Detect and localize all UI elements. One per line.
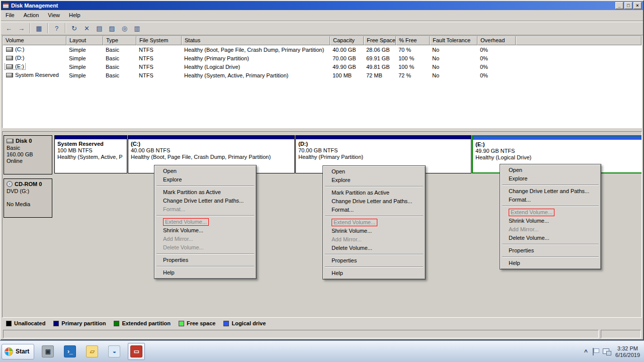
column-header-capacity[interactable]: Capacity [330, 36, 364, 45]
powershell-icon[interactable]: ›_ [61, 343, 78, 360]
cell-volume: (C:) [3, 46, 66, 53]
legend-swatch [114, 321, 119, 326]
menu-item-properties[interactable]: Properties [501, 246, 600, 255]
disk-label-line: 160.00 GB [7, 151, 49, 158]
server-manager-icon[interactable]: ▣ [39, 343, 56, 360]
status-panel [3, 330, 599, 338]
partition-system-reserved[interactable]: System Reserved100 MB NTFSHealthy (Syste… [54, 135, 127, 173]
table-row[interactable]: (D:)SimpleBasicNTFSHealthy (Primary Part… [3, 54, 641, 62]
cell-overhead: 0% [477, 55, 516, 61]
installer-disc-icon[interactable]: ◒ [106, 343, 123, 360]
menu-item-shrink-volume[interactable]: Shrink Volume... [324, 227, 424, 235]
menu-separator [156, 186, 254, 187]
menu-item-extend-volume: Extend Volume... [501, 208, 600, 217]
column-header-free-space[interactable]: Free Space [364, 36, 396, 45]
volume-cell-content: (D:) [5, 55, 25, 61]
close-button[interactable]: × [633, 2, 641, 9]
menu-item-mark-partition-as-active[interactable]: Mark Partition as Active [324, 189, 424, 197]
menu-separator [325, 266, 423, 267]
menu-item-shrink-volume[interactable]: Shrink Volume... [155, 226, 255, 235]
menu-item-help[interactable]: Help [324, 269, 424, 278]
logo-quadrant [9, 348, 13, 351]
app-icon[interactable] [3, 3, 9, 9]
menu-item-shrink-volume[interactable]: Shrink Volume... [501, 217, 600, 225]
disk-label-line: DVD (G:) [7, 188, 49, 195]
menu-file[interactable]: File [1, 10, 19, 21]
menu-item-add-mirror: Add Mirror... [501, 225, 600, 234]
volume-cell-content: System Reserved [5, 72, 60, 78]
admin-toolbox-icon[interactable]: ▭ [128, 343, 145, 360]
table-row[interactable]: System ReservedSimpleBasicNTFSHealthy (S… [3, 71, 641, 79]
partition-size: 40.00 GB NTFS [131, 147, 292, 154]
cell-file_system: NTFS [136, 72, 182, 78]
primary-partition-color-strip [296, 136, 471, 139]
column-header-volume[interactable]: Volume [3, 36, 66, 45]
cell-layout: Simple [66, 47, 103, 53]
table-row[interactable]: (E:)SimpleBasicNTFSHealthy (Logical Driv… [3, 62, 641, 71]
menu-separator [156, 215, 254, 216]
menu-item-open[interactable]: Open [501, 166, 600, 174]
column-header-overhead[interactable]: Overhead [477, 36, 516, 45]
menu-separator [502, 256, 599, 257]
menu-view[interactable]: View [43, 10, 64, 21]
menu-item-delete-volume[interactable]: Delete Volume... [324, 244, 424, 252]
legend-swatch [223, 321, 229, 326]
cell-free_space: 69.91 GB [364, 55, 396, 61]
back-icon[interactable]: ← [3, 23, 15, 34]
disk-label-disk-0[interactable]: Disk 0Basic160.00 GBOnline [4, 135, 52, 174]
menu-item-properties[interactable]: Properties [324, 256, 424, 265]
restore-button[interactable]: □ [624, 2, 632, 9]
context-menu-c-drive: OpenExploreMark Partition as ActiveChang… [154, 165, 257, 279]
forward-icon[interactable]: → [16, 23, 27, 34]
menu-item-explore[interactable]: Explore [501, 174, 600, 183]
menu-item-format[interactable]: Format... [501, 196, 600, 204]
network-icon[interactable] [603, 348, 611, 355]
column-header-free[interactable]: % Free [396, 36, 430, 45]
system-tray: ^ 3:32 PM 6/16/2019 [584, 341, 640, 362]
menu-item-help[interactable]: Help [501, 259, 600, 267]
column-header-fault-tolerance[interactable]: Fault Tolerance [430, 36, 477, 45]
menu-item-open[interactable]: Open [155, 167, 255, 175]
cell-free_space: 28.06 GB [364, 47, 396, 53]
table-row[interactable]: (C:)SimpleBasicNTFSHealthy (Boot, Page F… [3, 45, 641, 54]
menu-item-delete-volume[interactable]: Delete Volume... [501, 234, 600, 242]
menu-item-format[interactable]: Format... [324, 206, 424, 214]
clock[interactable]: 3:32 PM 6/16/2019 [615, 345, 640, 358]
menu-item-help[interactable]: Help [155, 268, 255, 277]
menu-item-explore[interactable]: Explore [324, 176, 424, 185]
disk-label-header: Disk 0 [7, 138, 49, 144]
column-header-status[interactable]: Status [182, 36, 330, 45]
action-center-flag-icon[interactable] [592, 348, 598, 355]
cell-fault_tolerance: No [430, 72, 477, 78]
find-icon[interactable]: ◎ [119, 23, 130, 34]
delete-icon[interactable]: ✕ [81, 23, 93, 34]
properties-icon[interactable]: ▤ [94, 23, 105, 34]
menu-action[interactable]: Action [19, 10, 44, 21]
annotation-highlight-box: Extend Volume... [509, 209, 554, 216]
explorer-folder-icon[interactable]: ▱ [84, 343, 101, 360]
status-bar [2, 329, 642, 339]
column-header-file-system[interactable]: File System [136, 36, 182, 45]
console-tree-icon[interactable]: ▦ [33, 23, 45, 34]
volume-disk-icon [6, 56, 13, 60]
tray-chevron-icon[interactable]: ^ [584, 348, 588, 355]
open-folder-icon[interactable]: ▨ [106, 23, 118, 34]
cell-fault_tolerance: No [430, 55, 477, 61]
menu-help[interactable]: Help [64, 10, 85, 21]
menu-item-change-drive-letter-and-paths[interactable]: Change Drive Letter and Paths... [501, 187, 600, 196]
menu-item-explore[interactable]: Explore [155, 175, 255, 184]
minimize-button[interactable]: _ [615, 2, 623, 9]
menu-item-change-drive-letter-and-paths[interactable]: Change Drive Letter and Paths... [155, 197, 255, 205]
refresh-icon[interactable]: ↻ [68, 23, 80, 34]
column-header-layout[interactable]: Layout [66, 36, 103, 45]
start-button[interactable]: Start [2, 344, 34, 359]
menu-item-mark-partition-as-active[interactable]: Mark Partition as Active [155, 188, 255, 197]
views-icon[interactable]: ▥ [131, 23, 143, 34]
help-icon[interactable]: ? [51, 23, 62, 34]
menu-item-properties[interactable]: Properties [155, 256, 255, 264]
menu-item-change-drive-letter-and-paths[interactable]: Change Drive Letter and Paths... [324, 197, 424, 206]
menu-item-open[interactable]: Open [324, 167, 424, 176]
menu-separator [502, 244, 599, 245]
column-header-type[interactable]: Type [103, 36, 136, 45]
disk-label-cd-rom-0[interactable]: CD-ROM 0DVD (G:)No Media [4, 178, 52, 218]
